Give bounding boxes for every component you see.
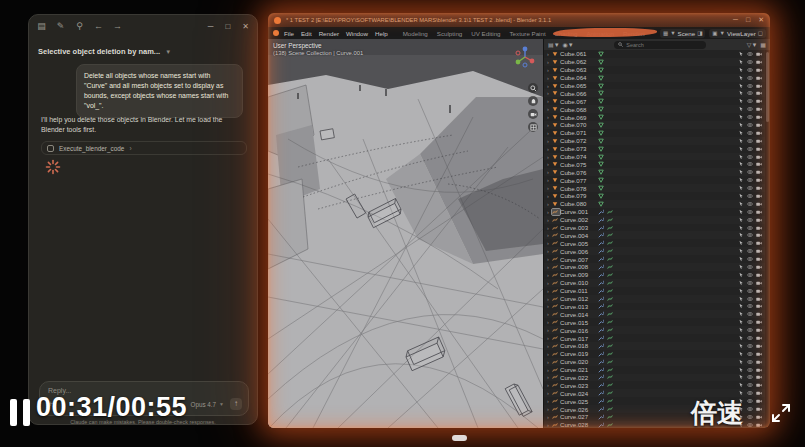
disable-render-icon[interactable] xyxy=(756,351,762,357)
tool-call-row[interactable]: Execute_blender_code › xyxy=(41,141,247,155)
disable-render-icon[interactable] xyxy=(756,359,762,365)
send-button[interactable]: ↑ xyxy=(230,398,242,410)
disable-render-icon[interactable] xyxy=(756,390,762,396)
disable-render-icon[interactable] xyxy=(756,280,762,286)
outliner-row[interactable]: ›Cube.065 xyxy=(544,82,765,90)
3d-viewport[interactable]: User Perspective (138) Scene Collection … xyxy=(268,39,543,428)
workspace-tab-uv-editing[interactable]: UV Editing xyxy=(471,30,500,37)
disable-render-icon[interactable] xyxy=(756,83,762,89)
progress-indicator[interactable] xyxy=(452,435,467,441)
hide-viewport-icon[interactable] xyxy=(747,414,753,420)
hide-viewport-icon[interactable] xyxy=(747,374,753,380)
disable-render-icon[interactable] xyxy=(756,319,762,325)
outliner-row[interactable]: ›Curve.004 xyxy=(544,231,765,239)
sidebar-icon[interactable]: ▤ xyxy=(37,22,46,31)
outliner-scrollbar[interactable] xyxy=(765,50,770,428)
hide-viewport-icon[interactable] xyxy=(747,225,753,231)
disable-render-icon[interactable] xyxy=(756,177,762,183)
outliner-row[interactable]: ›Curve.011 xyxy=(544,287,765,295)
disable-render-icon[interactable] xyxy=(756,303,762,309)
disable-render-icon[interactable] xyxy=(756,67,762,73)
hide-viewport-icon[interactable] xyxy=(747,319,753,325)
selectable-icon[interactable] xyxy=(738,272,744,278)
outliner-row[interactable]: ›Curve.020 xyxy=(544,358,765,366)
hide-viewport-icon[interactable] xyxy=(747,232,753,238)
render-layer-icon[interactable]: ▢ xyxy=(758,30,763,36)
selectable-icon[interactable] xyxy=(738,146,744,152)
outliner-row[interactable]: ›Cube.072 xyxy=(544,137,765,145)
menu-file[interactable]: File xyxy=(284,30,294,37)
hide-viewport-icon[interactable] xyxy=(747,193,753,199)
outliner-row[interactable]: ›Cube.078 xyxy=(544,184,765,192)
outliner-row[interactable]: ›Curve.023 xyxy=(544,381,765,389)
close-button[interactable]: ✕ xyxy=(242,22,249,31)
hide-viewport-icon[interactable] xyxy=(747,398,753,404)
disable-render-icon[interactable] xyxy=(756,90,762,96)
viewlayer-selector[interactable]: ▣ ▼ ViewLayer ▢ xyxy=(709,29,766,38)
outliner-row[interactable]: ›Curve.008 xyxy=(544,263,765,271)
hide-viewport-icon[interactable] xyxy=(747,83,753,89)
hide-viewport-icon[interactable] xyxy=(747,280,753,286)
selectable-icon[interactable] xyxy=(738,193,744,199)
disable-render-icon[interactable] xyxy=(756,161,762,167)
blender-menu-icon[interactable] xyxy=(273,30,279,36)
disable-render-icon[interactable] xyxy=(756,240,762,246)
hide-viewport-icon[interactable] xyxy=(747,51,753,57)
disable-render-icon[interactable] xyxy=(756,122,762,128)
outliner-row[interactable]: ›Cube.071 xyxy=(544,129,765,137)
hide-viewport-icon[interactable] xyxy=(747,146,753,152)
maximize-button[interactable]: □ xyxy=(746,16,750,24)
disable-render-icon[interactable] xyxy=(756,193,762,199)
hide-viewport-icon[interactable] xyxy=(747,406,753,412)
outliner-row[interactable]: ›Cube.069 xyxy=(544,113,765,121)
disable-render-icon[interactable] xyxy=(756,169,762,175)
disable-render-icon[interactable] xyxy=(756,288,762,294)
selectable-icon[interactable] xyxy=(738,83,744,89)
disable-render-icon[interactable] xyxy=(756,406,762,412)
pause-button[interactable] xyxy=(10,399,30,426)
selectable-icon[interactable] xyxy=(738,209,744,215)
outliner-row[interactable]: ›Cube.066 xyxy=(544,89,765,97)
hide-viewport-icon[interactable] xyxy=(747,272,753,278)
hide-viewport-icon[interactable] xyxy=(747,67,753,73)
outliner-row[interactable]: ›Curve.005 xyxy=(544,239,765,247)
outliner-row[interactable]: ›Curve.002 xyxy=(544,216,765,224)
disable-render-icon[interactable] xyxy=(756,138,762,144)
selectable-icon[interactable] xyxy=(738,51,744,57)
selectable-icon[interactable] xyxy=(738,122,744,128)
hide-viewport-icon[interactable] xyxy=(747,154,753,160)
selectable-icon[interactable] xyxy=(738,161,744,167)
disable-render-icon[interactable] xyxy=(756,146,762,152)
model-selector[interactable]: Opus 4.7 ▼ xyxy=(190,401,224,408)
outliner-row[interactable]: ›Curve.003 xyxy=(544,224,765,232)
outliner-row[interactable]: ›Curve.017 xyxy=(544,334,765,342)
hide-viewport-icon[interactable] xyxy=(747,311,753,317)
workspace-tab-modeling[interactable]: Modeling xyxy=(403,30,428,37)
disable-render-icon[interactable] xyxy=(756,367,762,373)
disable-render-icon[interactable] xyxy=(756,130,762,136)
outliner-row[interactable]: ›Curve.007 xyxy=(544,255,765,263)
hide-viewport-icon[interactable] xyxy=(747,343,753,349)
selectable-icon[interactable] xyxy=(738,90,744,96)
outliner-row[interactable]: ›Cube.076 xyxy=(544,168,765,176)
selectable-icon[interactable] xyxy=(738,303,744,309)
selectable-icon[interactable] xyxy=(738,280,744,286)
outliner-row[interactable]: ›Curve.022 xyxy=(544,374,765,382)
selectable-icon[interactable] xyxy=(738,217,744,223)
selectable-icon[interactable] xyxy=(738,59,744,65)
hide-viewport-icon[interactable] xyxy=(747,422,753,428)
selectable-icon[interactable] xyxy=(738,343,744,349)
forward-icon[interactable]: → xyxy=(113,22,122,31)
outliner-row[interactable]: ›Curve.019 xyxy=(544,350,765,358)
outliner-row[interactable]: ›Curve.015 xyxy=(544,318,765,326)
workspace-tab-sculpting[interactable]: Sculpting xyxy=(437,30,462,37)
selectable-icon[interactable] xyxy=(738,288,744,294)
outliner-row[interactable]: ›Curve.018 xyxy=(544,342,765,350)
hide-viewport-icon[interactable] xyxy=(747,248,753,254)
hide-viewport-icon[interactable] xyxy=(747,351,753,357)
hide-viewport-icon[interactable] xyxy=(747,75,753,81)
ortho-toggle-icon[interactable] xyxy=(528,122,538,132)
disable-render-icon[interactable] xyxy=(756,185,762,191)
outliner-row[interactable]: ›Cube.062 xyxy=(544,58,765,66)
outliner-row[interactable]: ›Cube.073 xyxy=(544,145,765,153)
